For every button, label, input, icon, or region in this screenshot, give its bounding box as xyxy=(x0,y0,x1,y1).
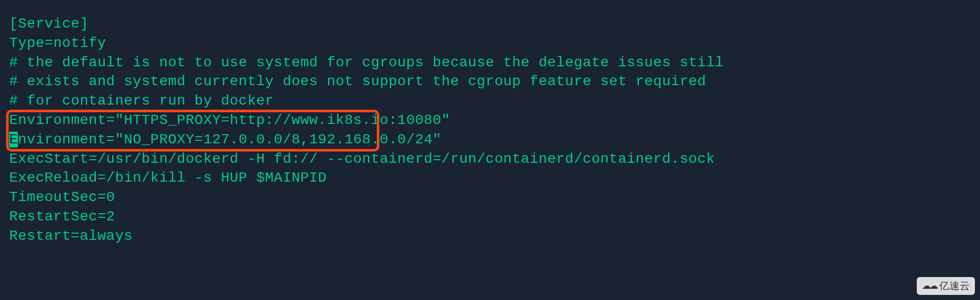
config-line-env-no-proxy: Environment="NO_PROXY=127.0.0.0/8,192.16… xyxy=(9,130,980,149)
config-line: ExecReload=/bin/kill -s HUP $MAINPID xyxy=(9,168,980,188)
config-comment: # exists and systemd currently does not … xyxy=(9,72,980,91)
line-char: E xyxy=(9,112,18,128)
config-comment: # the default is not to use systemd for … xyxy=(9,53,980,72)
config-comment: # for containers run by docker xyxy=(9,91,980,111)
config-line: Restart=always xyxy=(9,227,980,246)
highlighted-region: Environment="HTTPS_PROXY=http://www.ik8s… xyxy=(9,111,980,149)
text-editor[interactable]: [Service] Type=notify # the default is n… xyxy=(9,14,980,246)
config-line: RestartSec=2 xyxy=(9,207,980,227)
config-line: ExecStart=/usr/bin/dockerd -H fd:// --co… xyxy=(9,149,980,169)
line-rest: nvironment="HTTPS_PROXY=http://www.ik8s.… xyxy=(18,112,450,128)
editor-cursor: E xyxy=(9,132,18,147)
watermark-text: 亿速云 xyxy=(939,279,970,293)
config-line: TimeoutSec=0 xyxy=(9,188,980,207)
line-rest: nvironment="NO_PROXY=127.0.0.0/8,192.168… xyxy=(18,132,442,147)
cloud-icon: ☁☁ xyxy=(922,280,936,292)
watermark-badge: ☁☁ 亿速云 xyxy=(917,277,975,295)
config-line: Type=notify xyxy=(9,34,980,53)
config-line-env-https-proxy: Environment="HTTPS_PROXY=http://www.ik8s… xyxy=(9,111,980,130)
config-line: [Service] xyxy=(9,14,980,34)
